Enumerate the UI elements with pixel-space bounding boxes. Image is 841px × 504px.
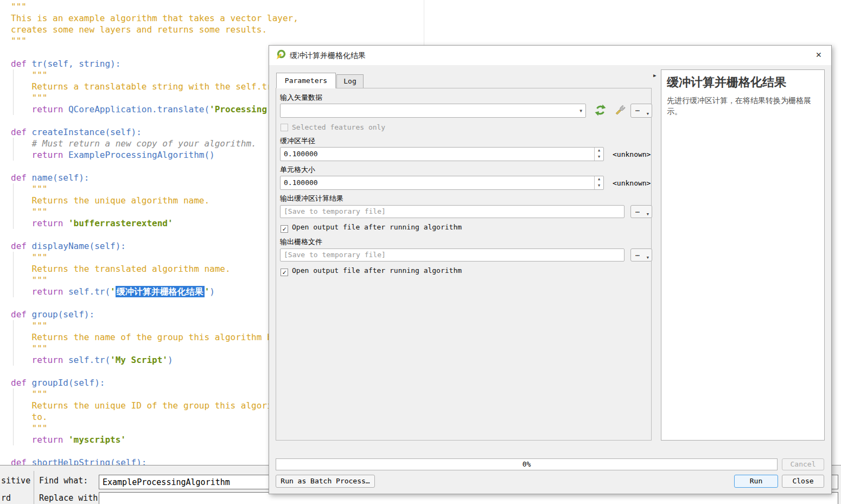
code-line: """ [11,320,47,331]
code-line: """ [11,92,47,104]
code-line: """ [11,1,27,12]
dropdown-arrow-icon: ▼ [647,212,649,216]
cell-size-unit: <unknown> [613,179,651,187]
code-line: to. [11,411,47,423]
collapse-help-arrow-icon[interactable]: ▶ [653,73,656,78]
spin-down-icon[interactable]: ▼ [595,154,603,161]
code-line: def name(self): [11,172,90,183]
checkbox-label-fragment: sitive [1,476,30,486]
code-line: def groupId(self): [11,377,105,388]
indent-guide [13,252,14,297]
replace-with-label: Replace with: [39,493,103,503]
dropdown-arrow-icon: ▼ [647,256,649,260]
help-panel: 缓冲计算并栅格化结果 先进行缓冲区计算，在将结果转换为栅格展示。 [661,69,825,441]
code-line: """ [11,423,47,434]
code-line: return ExampleProcessingAlgorithm() [11,149,215,161]
input-vector-more-button[interactable]: … ▼ [630,104,652,118]
progress-bar: 0% [276,458,778,470]
spin-up-icon[interactable]: ▲ [595,148,603,154]
code-line: """ [11,252,47,263]
buffer-radius-value: 0.100000 [284,150,318,158]
code-line: Returns the unique algorithm name. [11,195,209,206]
qgis-logo-icon [276,49,286,62]
help-body: 先进行缓冲区计算，在将结果转换为栅格展示。 [667,95,819,117]
checkbox-checked-icon[interactable]: ✓ [281,269,288,276]
indent-guide [13,183,14,229]
checkbox-unchecked-icon[interactable] [281,124,288,131]
code-line: return 'bufferrasterextend' [11,218,173,229]
run-button[interactable]: Run [734,475,778,488]
code-line: Returns the translated algorithm name. [11,263,231,275]
code-line: def displayName(self): [11,240,126,252]
code-line: """ [11,206,47,218]
output-buffer-label: 输出缓冲区计算结果 [280,194,343,203]
dropdown-arrow-icon: ▼ [647,112,649,116]
code-line: This is an example algorithm that takes … [11,12,298,24]
wrench-icon[interactable] [614,104,627,118]
dialog-title: 缓冲计算并栅格化结果 [290,51,366,61]
code-line: """ [11,275,47,286]
open-output-checkbox-row[interactable]: ✓Open output file after running algorith… [281,223,462,232]
output-raster-more-button[interactable]: … ▼ [630,248,652,261]
buffer-radius-spinbox[interactable]: 0.100000 ▲▼ [280,147,604,161]
output-raster-value: [Save to temporary file] [284,251,386,259]
help-title: 缓冲计算并栅格化结果 [667,74,786,91]
refresh-icon[interactable] [594,104,607,118]
code-line: return self.tr('缓冲计算并栅格化结果') [11,286,215,297]
selected-features-label: Selected features only [292,123,385,131]
output-buffer-file-input[interactable]: [Save to temporary file] [280,205,625,218]
code-line: def tr(self, string): [11,58,120,69]
cancel-button[interactable]: Cancel [782,458,824,470]
indent-guide [13,138,14,161]
open-output-label: Open output file after running algorithm [292,223,462,231]
code-line: def group(self): [11,309,94,320]
dialog-titlebar[interactable]: 缓冲计算并栅格化结果 ✕ [269,46,831,65]
indent-guide [13,320,14,366]
output-raster-label: 输出栅格文件 [280,237,322,247]
chevron-down-icon: ▼ [579,109,582,113]
code-line: def shortHelpString(self): [11,457,146,465]
code-line: """ [11,388,47,400]
selected-features-checkbox-row[interactable]: Selected features only [281,123,385,132]
indent-guide [13,69,14,115]
code-line: """ [11,183,47,195]
spinner-buttons[interactable]: ▲▼ [594,148,603,161]
output-raster-file-input[interactable]: [Save to temporary file] [280,248,625,261]
code-line: # Must return a new copy of your algorit… [11,138,257,149]
input-vector-combobox[interactable]: ▼ [280,104,586,118]
close-button[interactable]: Close [782,475,824,488]
spin-up-icon[interactable]: ▲ [595,176,603,183]
code-line: """ [11,69,47,81]
run-batch-button[interactable]: Run as Batch Process… [276,475,375,488]
close-icon[interactable]: ✕ [816,49,821,60]
open-output-checkbox-row[interactable]: ✓Open output file after running algorith… [281,266,462,275]
spinner-buttons[interactable]: ▲▼ [594,176,603,189]
find-what-label: Find what: [39,476,88,486]
code-line: def createInstance(self): [11,126,142,138]
indent-guide [13,388,14,445]
code-line: creates some new layers and returns some… [11,24,267,35]
output-buffer-value: [Save to temporary file] [284,207,386,215]
input-vector-label: 输入矢量数据 [280,93,322,103]
panel-divider [34,471,34,504]
checkbox-checked-icon[interactable]: ✓ [281,225,288,233]
spin-down-icon[interactable]: ▼ [595,183,603,189]
buffer-rasterize-dialog: 缓冲计算并栅格化结果 ✕ Parameters Log 输入矢量数据 ▼ [269,45,832,494]
cell-size-label: 单元格大小 [280,165,315,175]
output-buffer-more-button[interactable]: … ▼ [630,205,652,218]
open-output-label: Open output file after running algorithm [292,266,462,275]
cell-size-spinbox[interactable]: 0.100000 ▲▼ [280,176,604,190]
code-line: """ [11,35,27,47]
buffer-radius-label: 缓冲区半径 [280,136,315,146]
code-line: return self.tr('My Script') [11,354,173,366]
code-line: return 'myscripts' [11,434,126,445]
buffer-radius-unit: <unknown> [613,150,651,158]
code-line: """ [11,343,47,354]
tab-log[interactable]: Log [336,74,364,88]
tab-parameters[interactable]: Parameters [276,73,336,88]
parameters-pane: 输入矢量数据 ▼ … ▼ Select [276,88,652,441]
checkbox-label-fragment: rd [1,493,11,503]
cell-size-value: 0.100000 [284,178,318,187]
